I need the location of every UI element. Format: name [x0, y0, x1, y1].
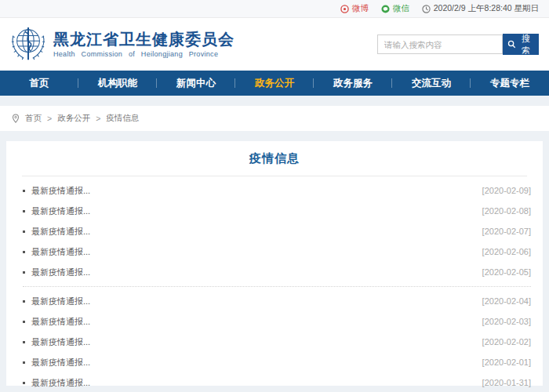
list-item: 最新疫情通报... [2020-02-06] [23, 241, 531, 262]
list-item-link[interactable]: 最新疫情通报... [31, 185, 90, 197]
wechat-icon [381, 5, 390, 13]
nav-item-gov-services[interactable]: 政务服务 [314, 71, 392, 96]
list-item-date: [2020-02-04] [482, 296, 531, 306]
list-item-date: [2020-01-31] [482, 378, 531, 387]
nav-item-interaction[interactable]: 交流互动 [392, 71, 471, 96]
weibo-link[interactable]: 微博 [340, 3, 369, 14]
list-item-date: [2020-02-03] [482, 317, 531, 326]
list-item-link[interactable]: 最新疫情通报... [31, 246, 90, 258]
list-item-link[interactable]: 最新疫情通报... [31, 377, 90, 389]
bullet-icon [23, 321, 25, 323]
list-item-link[interactable]: 最新疫情通报... [31, 296, 90, 307]
wechat-label: 微信 [393, 3, 409, 14]
weibo-icon [340, 5, 349, 13]
page-title: 疫情信息 [6, 151, 543, 166]
bullet-icon [23, 230, 25, 233]
site-title: 黑龙江省卫生健康委员会 [53, 31, 235, 48]
list-item: 最新疫情通报... [2020-02-04] [23, 291, 531, 311]
list-item-link[interactable]: 最新疫情通报... [31, 316, 90, 328]
list-item-link[interactable]: 最新疫情通报... [31, 357, 90, 368]
search-button-label: 搜索 [518, 33, 534, 56]
breadcrumb-gov-affairs[interactable]: 政务公开 [57, 113, 90, 124]
content-panel: 疫情信息 最新疫情通报... [2020-02-09] 最新疫情通报... [2… [6, 141, 543, 386]
list-item-date: [2020-02-06] [482, 247, 531, 256]
weibo-label: 微博 [352, 3, 369, 14]
list-item: 最新疫情通报... [2020-02-09] [23, 180, 531, 201]
who-emblem-icon [10, 25, 46, 64]
list-item: 最新疫情通报... [2020-02-03] [23, 311, 531, 332]
bullet-icon [23, 341, 25, 343]
list-item: 最新疫情通报... [2020-02-01] [23, 352, 531, 372]
site-header: 黑龙江省卫生健康委员会 Health Commission of Heilong… [0, 18, 549, 71]
bullet-icon [23, 382, 25, 384]
location-pin-icon [12, 114, 20, 123]
bullet-icon [23, 251, 25, 253]
list-item: 最新疫情通报... [2020-02-05] [23, 262, 531, 282]
list-item-link[interactable]: 最新疫情通报... [31, 226, 90, 238]
list-item-date: [2020-02-09] [482, 186, 531, 195]
datetime-display: 2020/2/9 上午8:28:40 星期日 [422, 3, 539, 14]
nav-item-news-center[interactable]: 新闻中心 [157, 71, 235, 96]
epidemic-news-list: 最新疫情通报... [2020-02-09] 最新疫情通报... [2020-0… [6, 176, 543, 392]
list-item: 最新疫情通报... [2020-02-02] [23, 332, 531, 352]
bullet-icon [23, 361, 25, 364]
wechat-link[interactable]: 微信 [381, 3, 409, 14]
site-logo[interactable]: 黑龙江省卫生健康委员会 Health Commission of Heilong… [10, 25, 235, 64]
clock-icon [422, 5, 431, 13]
breadcrumb-current: 疫情信息 [106, 113, 139, 124]
bullet-icon [23, 271, 25, 274]
breadcrumb-home[interactable]: 首页 [25, 113, 42, 124]
site-title-block: 黑龙江省卫生健康委员会 Health Commission of Heilong… [53, 31, 235, 58]
list-item-date: [2020-02-02] [482, 337, 531, 347]
breadcrumb: 首页 > 政务公开 > 疫情信息 [0, 106, 549, 131]
main-nav: 首页 机构职能 新闻中心 政务公开 政务服务 交流互动 专题专栏 [0, 71, 549, 96]
nav-item-special-topics[interactable]: 专题专栏 [471, 71, 549, 96]
bullet-icon [23, 190, 25, 192]
nav-item-functions[interactable]: 机构职能 [78, 71, 157, 96]
top-utility-bar: 微博 微信 2020/2/9 上午8:28:40 星期日 [0, 0, 549, 18]
list-item-link[interactable]: 最新疫情通报... [31, 336, 90, 348]
list-item-date: [2020-02-08] [482, 206, 531, 216]
list-item-link[interactable]: 最新疫情通报... [31, 267, 90, 278]
search-input[interactable] [377, 34, 503, 54]
bullet-icon [23, 210, 25, 212]
datetime-text: 2020/2/9 上午8:28:40 星期日 [434, 3, 539, 14]
list-item-date: [2020-02-01] [482, 358, 531, 367]
list-item: 最新疫情通报... [2020-02-07] [23, 221, 531, 241]
list-item-link[interactable]: 最新疫情通报... [31, 205, 90, 217]
breadcrumb-separator: > [47, 114, 52, 123]
search-button[interactable]: 搜索 [503, 34, 539, 55]
nav-item-gov-affairs[interactable]: 政务公开 [235, 71, 314, 96]
bullet-icon [23, 300, 25, 303]
nav-item-home[interactable]: 首页 [0, 71, 78, 96]
list-item-date: [2020-02-07] [482, 227, 531, 236]
list-item: 最新疫情通报... [2020-02-08] [23, 201, 531, 221]
site-subtitle: Health Commission of Heilongjiang Provin… [53, 50, 235, 58]
search-bar: 搜索 [377, 34, 539, 55]
dotted-divider [23, 286, 531, 287]
breadcrumb-separator: > [96, 114, 100, 123]
list-item: 最新疫情通报... [2020-01-31] [23, 372, 531, 392]
list-item-date: [2020-02-05] [482, 267, 531, 277]
search-icon [507, 40, 516, 49]
